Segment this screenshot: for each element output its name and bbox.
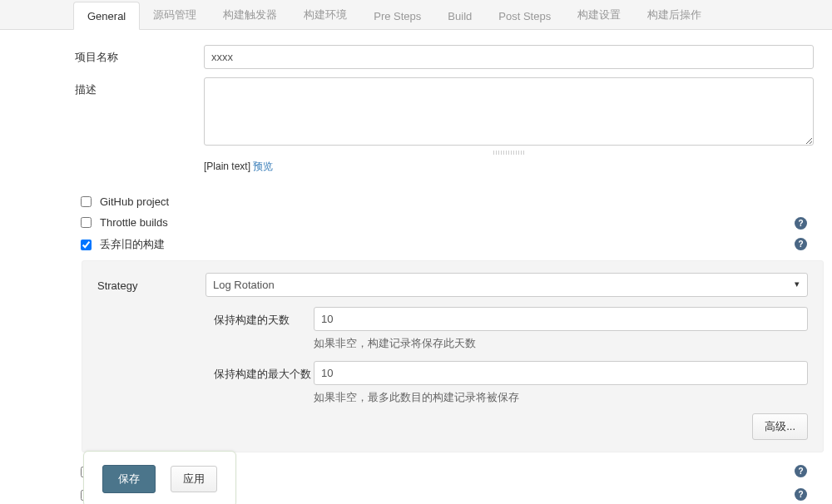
tab-general[interactable]: General (73, 2, 140, 30)
tab-post-label: Post Steps (498, 10, 551, 22)
keep-max-label: 保持构建的最大个数 (214, 361, 314, 385)
tab-general-label: General (87, 10, 126, 22)
preview-link[interactable]: 预览 (253, 161, 273, 172)
throttle-builds-checkbox[interactable] (81, 217, 92, 228)
tab-settings-label: 构建设置 (577, 8, 621, 21)
tab-env[interactable]: 构建环境 (290, 0, 360, 29)
tab-pre-label: Pre Steps (374, 10, 421, 22)
description-label: 描述 (75, 77, 204, 174)
tab-pre-steps[interactable]: Pre Steps (360, 2, 434, 29)
help-icon[interactable]: ? (795, 488, 807, 501)
discard-old-builds-label: 丢弃旧的构建 (100, 237, 165, 252)
tab-scm[interactable]: 源码管理 (140, 0, 210, 29)
keep-max-help: 如果非空，最多此数目的构建记录将被保存 (314, 390, 808, 405)
save-button[interactable]: 保存 (102, 465, 156, 493)
discard-old-builds-checkbox[interactable] (81, 240, 92, 250)
strategy-select[interactable]: Log Rotation (206, 273, 808, 297)
save-footer: 保存 应用 (83, 451, 236, 504)
apply-button[interactable]: 应用 (171, 466, 217, 492)
github-project-label: GitHub project (100, 195, 169, 208)
keep-days-label: 保持构建的天数 (214, 307, 314, 331)
description-textarea[interactable] (204, 77, 814, 146)
keep-days-input[interactable] (314, 307, 808, 331)
discard-strategy-panel: Strategy Log Rotation 保持构建的天数 如果非空，构建记录将… (82, 260, 824, 452)
tab-triggers[interactable]: 构建触发器 (210, 0, 290, 29)
help-icon[interactable]: ? (795, 465, 807, 477)
tab-postbuild[interactable]: 构建后操作 (634, 0, 715, 29)
project-name-label: 项目名称 (75, 45, 204, 69)
plain-text-label: [Plain text] (204, 161, 250, 172)
strategy-label: Strategy (97, 273, 206, 297)
tab-triggers-label: 构建触发器 (223, 8, 277, 21)
options-section: GitHub project Throttle builds ? 丢弃旧的构建 … (0, 182, 832, 252)
tab-env-label: 构建环境 (304, 8, 347, 21)
tab-post-steps[interactable]: Post Steps (485, 2, 564, 29)
help-icon[interactable]: ? (795, 238, 807, 250)
keep-max-input[interactable] (314, 361, 808, 385)
tab-build[interactable]: Build (434, 2, 485, 29)
general-section: 项目名称 描述 [Plain text] 预览 (0, 30, 832, 174)
github-project-checkbox[interactable] (81, 196, 92, 207)
help-icon[interactable]: ? (795, 217, 807, 230)
keep-days-help: 如果非空，构建记录将保存此天数 (314, 336, 808, 351)
advanced-button[interactable]: 高级... (752, 413, 808, 440)
tab-scm-label: 源码管理 (153, 8, 196, 21)
tab-build-label: Build (448, 10, 472, 22)
tab-settings[interactable]: 构建设置 (564, 0, 634, 29)
config-tabs: General 源码管理 构建触发器 构建环境 Pre Steps Build … (0, 0, 832, 30)
throttle-builds-label: Throttle builds (100, 216, 168, 229)
project-name-input[interactable] (204, 45, 814, 69)
tab-postbuild-label: 构建后操作 (647, 8, 701, 21)
resize-handle-icon[interactable] (493, 151, 525, 155)
